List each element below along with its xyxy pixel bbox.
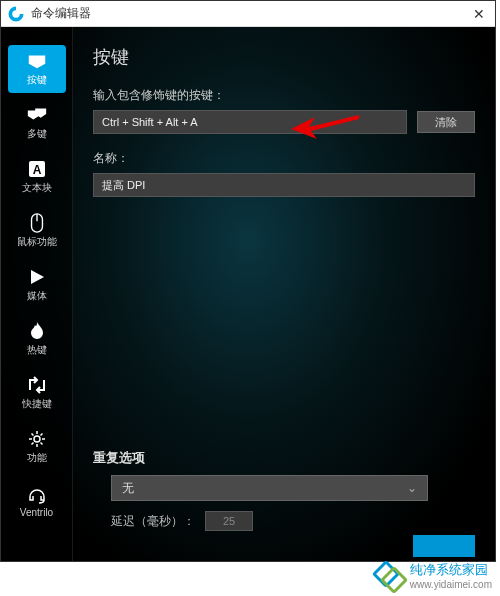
watermark: 纯净系统家园 www.yidaimei.com [374, 560, 492, 590]
sidebar-item-label: Ventrilo [20, 507, 53, 518]
play-icon [26, 267, 48, 287]
main-panel: 按键 输入包含修饰键的按键： 清除 名称： 重复选项 无 ⌄ 延迟 [73, 27, 495, 561]
sidebar-item-mouse[interactable]: 鼠标功能 [8, 207, 66, 255]
svg-point-4 [34, 436, 40, 442]
sidebar: 按键 多键 A 文本块 鼠标功能 [1, 27, 73, 561]
sidebar-item-shortcut[interactable]: 快捷键 [8, 369, 66, 417]
watermark-url: www.yidaimei.com [410, 579, 492, 590]
sidebar-item-label: 鼠标功能 [17, 235, 57, 249]
sidebar-item-label: 文本块 [22, 181, 52, 195]
titlebar: 命令编辑器 ✕ [1, 1, 495, 27]
name-label: 名称： [93, 150, 475, 167]
clear-button[interactable]: 清除 [417, 111, 475, 133]
sidebar-item-multikey[interactable]: 多键 [8, 99, 66, 147]
svg-text:A: A [32, 163, 41, 177]
sidebar-item-label: 热键 [27, 343, 47, 357]
headset-icon [26, 485, 48, 505]
sidebar-item-label: 媒体 [27, 289, 47, 303]
delay-label: 延迟（毫秒）： [111, 513, 195, 530]
logitech-logo-icon [7, 5, 25, 23]
watermark-text: 纯净系统家园 [410, 561, 492, 579]
sidebar-item-label: 多键 [27, 127, 47, 141]
delay-input[interactable] [205, 511, 253, 531]
flame-icon [26, 321, 48, 341]
mouse-icon [26, 213, 48, 233]
sidebar-item-hotkey[interactable]: 热键 [8, 315, 66, 363]
sidebar-item-media[interactable]: 媒体 [8, 261, 66, 309]
keystroke-input[interactable] [93, 110, 407, 134]
shortcut-icon [26, 375, 48, 395]
sidebar-item-keystroke[interactable]: 按键 [8, 45, 66, 93]
repeat-dropdown[interactable]: 无 ⌄ [111, 475, 428, 501]
key-icon [26, 51, 48, 71]
page-title: 按键 [93, 45, 475, 69]
gear-icon [26, 429, 48, 449]
chevron-down-icon: ⌄ [407, 481, 417, 495]
window-title: 命令编辑器 [31, 5, 469, 22]
sidebar-item-textblock[interactable]: A 文本块 [8, 153, 66, 201]
dropdown-value: 无 [122, 480, 134, 497]
multikey-icon [26, 105, 48, 125]
sidebar-item-function[interactable]: 功能 [8, 423, 66, 471]
sidebar-item-label: 快捷键 [22, 397, 52, 411]
sidebar-item-ventrilo[interactable]: Ventrilo [8, 477, 66, 525]
sidebar-item-label: 功能 [27, 451, 47, 465]
name-input[interactable] [93, 173, 475, 197]
repeat-options-title: 重复选项 [93, 449, 475, 467]
confirm-button[interactable] [413, 535, 475, 557]
sidebar-item-label: 按键 [27, 73, 47, 87]
close-icon[interactable]: ✕ [469, 6, 489, 22]
watermark-logo-icon [374, 560, 404, 590]
keystroke-label: 输入包含修饰键的按键： [93, 87, 475, 104]
textblock-icon: A [26, 159, 48, 179]
